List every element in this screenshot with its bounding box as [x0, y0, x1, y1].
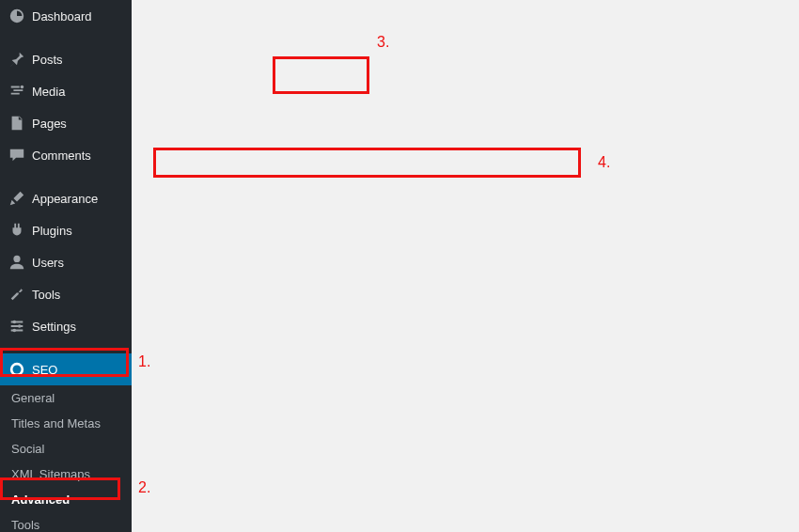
dashboard-icon	[8, 7, 26, 25]
annotation-label-2: 2.	[138, 479, 150, 496]
sidebar-label: Media	[32, 85, 65, 99]
plug-icon	[8, 221, 26, 240]
sidebar-item-plugins[interactable]: Plugins	[0, 214, 132, 246]
annotation-label-3: 3.	[377, 34, 389, 51]
sidebar-sub-xml[interactable]: XML Sitemaps	[0, 462, 132, 487]
sidebar-sub-social[interactable]: Social	[0, 436, 132, 462]
annotation-label-4: 4.	[598, 154, 610, 171]
sidebar-item-users[interactable]: Users	[0, 246, 132, 278]
wrench-icon	[8, 285, 26, 304]
annotation-box-3	[273, 56, 369, 94]
svg-point-0	[21, 86, 24, 89]
sliders-icon	[8, 317, 26, 336]
svg-point-4	[13, 329, 17, 333]
sidebar-item-comments[interactable]: Comments	[0, 139, 132, 171]
page-icon	[8, 114, 26, 133]
user-icon	[8, 253, 26, 272]
sidebar-label: Posts	[32, 53, 63, 67]
sidebar-sub-advanced[interactable]: Advanced	[0, 487, 132, 512]
sidebar-label: Tools	[32, 288, 60, 302]
sidebar-item-pages[interactable]: Pages	[0, 107, 132, 139]
seo-icon	[8, 360, 26, 379]
pin-icon	[8, 50, 26, 69]
sidebar-label: Users	[32, 256, 64, 270]
sidebar-label: Appearance	[32, 192, 98, 206]
sidebar-label: SEO	[32, 363, 57, 377]
sidebar-item-appearance[interactable]: Appearance	[0, 182, 132, 214]
brush-icon	[8, 189, 26, 208]
sidebar-item-media[interactable]: Media	[0, 75, 132, 107]
sidebar-label: Plugins	[32, 224, 72, 238]
svg-point-3	[18, 324, 22, 328]
svg-point-1	[13, 256, 20, 262]
sidebar-label: Pages	[32, 117, 67, 131]
sidebar-item-settings[interactable]: Settings	[0, 310, 132, 342]
sidebar-label: Settings	[32, 320, 76, 334]
sidebar-item-posts[interactable]: Posts	[0, 43, 132, 75]
sidebar-item-seo[interactable]: SEO	[0, 353, 132, 385]
comment-icon	[8, 146, 26, 164]
svg-point-6	[13, 366, 22, 374]
sidebar-item-dashboard[interactable]: Dashboard	[0, 0, 132, 32]
sidebar-sub-tools[interactable]: Tools	[0, 512, 132, 532]
admin-sidebar: Dashboard Posts Media Pages Comments App…	[0, 0, 132, 532]
svg-point-2	[13, 321, 17, 324]
sidebar-label: Dashboard	[32, 9, 92, 23]
annotation-label-1: 1.	[138, 353, 150, 370]
sidebar-item-tools[interactable]: Tools	[0, 278, 132, 310]
sidebar-sub-general[interactable]: General	[0, 385, 132, 411]
annotation-box-4	[153, 148, 581, 178]
sidebar-sub-titles[interactable]: Titles and Metas	[0, 411, 132, 436]
media-icon	[8, 82, 26, 101]
sidebar-label: Comments	[32, 149, 91, 163]
